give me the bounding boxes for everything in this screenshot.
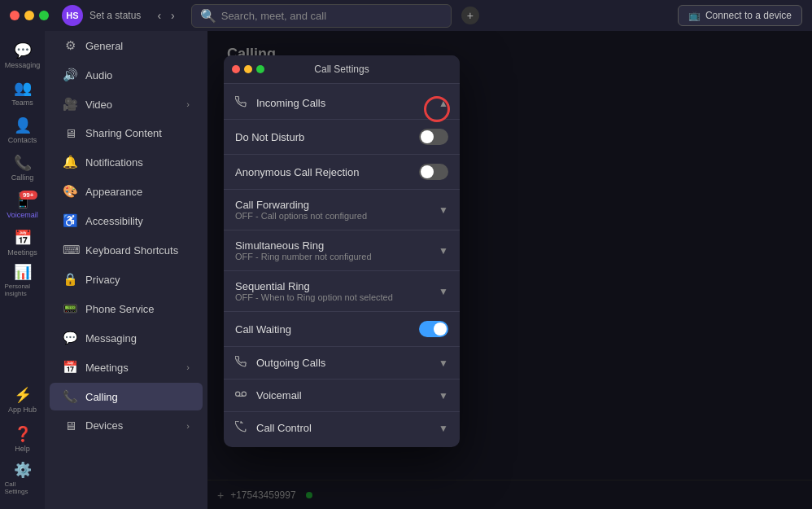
modal-body: Incoming Calls ▲ Do Not Disturb: [224, 84, 460, 447]
notifications-icon: 🔔: [63, 155, 77, 169]
call-control-item[interactable]: Call Control ▼: [224, 412, 460, 444]
meetings-icon: 📅: [14, 229, 32, 247]
search-icon: 🔍: [200, 8, 216, 24]
settings-item-video[interactable]: 🎥 Video ›: [50, 90, 203, 118]
sidebar-item-call-settings[interactable]: ⚙️ Call Settings: [5, 460, 41, 496]
simultaneous-ring-item[interactable]: Simultaneous Ring OFF - Ring number not …: [224, 230, 460, 271]
voicemail-settings-icon: [235, 388, 250, 402]
avatar[interactable]: HS: [62, 5, 83, 26]
call-forwarding-label: Call Forwarding: [235, 199, 439, 211]
sidebar-item-personal-insights[interactable]: 📊 Personal insights: [5, 262, 41, 298]
search-bar[interactable]: 🔍: [191, 4, 452, 28]
new-chat-button[interactable]: +: [461, 7, 479, 24]
call-settings-modal: Call Settings Incoming Calls: [224, 55, 460, 447]
svg-point-0: [236, 392, 240, 396]
sharing-content-icon: 🖥: [63, 126, 77, 140]
set-status-button[interactable]: Set a status: [89, 10, 141, 21]
settings-item-calling[interactable]: 📞 Calling: [50, 383, 203, 410]
outgoing-calls-label: Outgoing Calls: [256, 357, 439, 369]
personal-insights-icon: 📊: [14, 263, 32, 281]
modal-close-button[interactable]: [232, 65, 240, 73]
main-layout: 💬 Messaging 👥 Teams 👤 Contacts 📞 Calling…: [0, 31, 812, 509]
calling-icon: 📞: [14, 154, 32, 172]
maximize-button[interactable]: [39, 11, 49, 20]
voicemail-settings-chevron-icon: ▼: [439, 390, 448, 401]
connect-device-button[interactable]: 📺 Connect to a device: [678, 5, 802, 26]
voicemail-badge: 99+: [20, 191, 37, 200]
call-forwarding-item[interactable]: Call Forwarding OFF - Call options not c…: [224, 190, 460, 230]
settings-item-sharing-content[interactable]: 🖥 Sharing Content: [50, 120, 203, 147]
video-chevron-icon: ›: [186, 99, 190, 109]
modal-titlebar: Call Settings: [224, 55, 460, 84]
do-not-disturb-toggle[interactable]: [419, 129, 448, 145]
simultaneous-ring-sublabel: OFF - Ring number not configured: [235, 252, 439, 261]
settings-item-general[interactable]: ⚙ General: [50, 32, 203, 59]
messaging-settings-icon: 💬: [63, 331, 77, 345]
general-icon: ⚙: [63, 38, 77, 53]
help-icon: ❓: [14, 425, 32, 443]
outgoing-calls-chevron-icon: ▼: [439, 358, 448, 369]
anonymous-call-rejection-toggle[interactable]: [419, 164, 448, 180]
call-waiting-item[interactable]: Call Waiting: [224, 312, 460, 347]
close-button[interactable]: [10, 11, 20, 20]
outgoing-calls-icon: [235, 356, 250, 370]
settings-item-notifications[interactable]: 🔔 Notifications: [50, 148, 203, 176]
sequential-ring-label: Sequential Ring: [235, 280, 439, 292]
devices-icon: 🖥: [63, 419, 77, 432]
audio-icon: 🔊: [63, 68, 77, 82]
back-button[interactable]: ‹: [154, 7, 164, 24]
sidebar-item-calling[interactable]: 📞 Calling: [5, 150, 41, 186]
calling-settings-icon: 📞: [63, 389, 77, 404]
settings-item-appearance[interactable]: 🎨 Appearance: [50, 178, 203, 205]
anonymous-call-rejection-item[interactable]: Anonymous Call Rejection: [224, 155, 460, 190]
do-not-disturb-item[interactable]: Do Not Disturb: [224, 120, 460, 155]
settings-item-devices[interactable]: 🖥 Devices ›: [50, 412, 203, 439]
simultaneous-ring-chevron-icon: ▼: [439, 245, 448, 257]
sidebar-item-messaging[interactable]: 💬 Messaging: [5, 37, 41, 73]
sidebar-item-contacts[interactable]: 👤 Contacts: [5, 112, 41, 148]
privacy-icon: 🔒: [63, 272, 77, 287]
settings-item-keyboard-shortcuts[interactable]: ⌨ Keyboard Shortcuts: [50, 236, 203, 264]
outgoing-calls-item[interactable]: Outgoing Calls ▼: [224, 347, 460, 380]
settings-sidebar: ⚙ General 🔊 Audio 🎥 Video › 🖥 Sharing Co…: [45, 31, 207, 509]
sidebar-item-help[interactable]: ❓ Help: [5, 421, 41, 457]
settings-item-meetings[interactable]: 📅 Meetings ›: [50, 353, 203, 381]
settings-item-audio[interactable]: 🔊 Audio: [50, 61, 203, 89]
sidebar-item-voicemail[interactable]: 99+ 📱 Voicemail: [5, 187, 41, 223]
sequential-ring-item[interactable]: Sequential Ring OFF - When to Ring optio…: [224, 271, 460, 312]
incoming-calls-icon: [235, 96, 250, 110]
app-hub-icon: ⚡: [14, 386, 32, 404]
settings-item-privacy[interactable]: 🔒 Privacy: [50, 265, 203, 293]
search-input[interactable]: [221, 10, 443, 22]
incoming-calls-item[interactable]: Incoming Calls ▲: [224, 87, 460, 120]
sequential-ring-chevron-icon: ▼: [439, 286, 448, 297]
call-waiting-toggle[interactable]: [419, 321, 448, 337]
meetings-settings-icon: 📅: [63, 360, 77, 375]
minimize-button[interactable]: [24, 11, 34, 20]
messaging-icon: 💬: [14, 42, 32, 59]
modal-traffic-lights: [232, 65, 264, 73]
call-forwarding-chevron-icon: ▼: [439, 204, 448, 216]
call-waiting-label: Call Waiting: [235, 323, 419, 336]
sidebar-item-teams[interactable]: 👥 Teams: [5, 75, 41, 111]
voicemail-settings-item[interactable]: Voicemail ▼: [224, 380, 460, 412]
modal-minimize-button[interactable]: [244, 65, 252, 73]
settings-item-accessibility[interactable]: ♿ Accessibility: [50, 207, 203, 235]
settings-item-phone-service[interactable]: 📟 Phone Service: [50, 295, 203, 323]
nav-arrows: ‹ ›: [154, 7, 177, 24]
meetings-chevron-icon: ›: [186, 362, 190, 372]
call-control-icon: [235, 421, 250, 435]
sidebar-item-app-hub[interactable]: ⚡ App Hub: [5, 382, 41, 418]
accessibility-icon: ♿: [63, 213, 77, 228]
sidebar-item-meetings[interactable]: 📅 Meetings: [5, 225, 41, 261]
teams-icon: 👥: [14, 79, 32, 97]
modal-maximize-button[interactable]: [256, 65, 264, 73]
incoming-calls-chevron-icon: ▲: [439, 98, 448, 109]
sidebar-narrow: 💬 Messaging 👥 Teams 👤 Contacts 📞 Calling…: [0, 31, 45, 509]
simultaneous-ring-label: Simultaneous Ring: [235, 239, 439, 252]
forward-button[interactable]: ›: [168, 7, 178, 24]
appearance-icon: 🎨: [63, 184, 77, 199]
settings-item-messaging[interactable]: 💬 Messaging: [50, 324, 203, 352]
devices-chevron-icon: ›: [186, 421, 190, 431]
anonymous-call-rejection-label: Anonymous Call Rejection: [235, 166, 419, 178]
